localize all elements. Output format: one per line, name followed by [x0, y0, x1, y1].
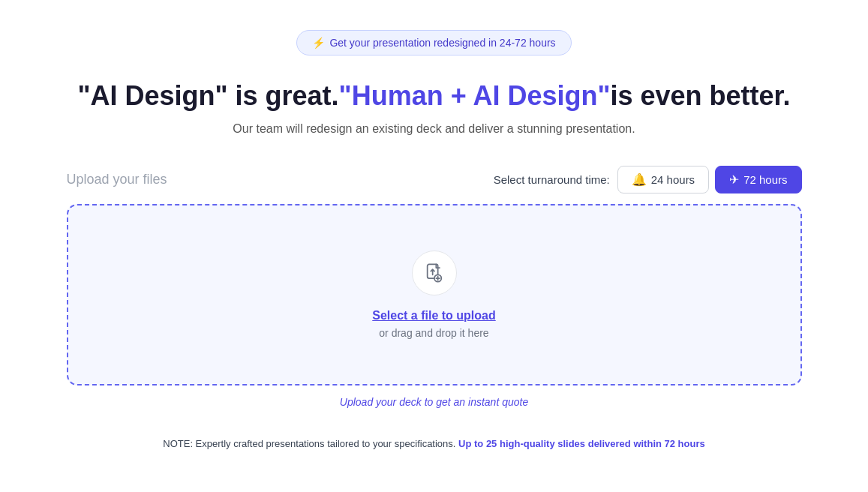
plane-icon: ✈: [729, 172, 739, 187]
dropzone[interactable]: Select a file to upload or drag and drop…: [67, 204, 802, 386]
headline-part2: "Human + AI Design": [339, 80, 611, 111]
headline-part1: "AI Design" is great.: [77, 80, 338, 111]
bottom-note-highlight: Up to 25 high-quality slides delivered w…: [458, 438, 705, 449]
upload-header: Upload your files Select turnaround time…: [67, 166, 802, 194]
bottom-note: NOTE: Expertly crafted presentations tai…: [163, 438, 704, 449]
upload-icon-wrapper: [412, 250, 457, 296]
turnaround-label: Select turnaround time:: [494, 173, 610, 186]
banner-pill: ⚡ Get your presentation redesigned in 24…: [296, 30, 571, 56]
headline: "AI Design" is great."Human + AI Design"…: [77, 80, 790, 112]
select-file-link[interactable]: Select a file to upload: [372, 309, 495, 322]
instant-quote-text: Upload your deck to get an: [340, 396, 468, 408]
upload-section: Upload your files Select turnaround time…: [67, 166, 802, 408]
time-24h-label: 24 hours: [651, 173, 695, 186]
bottom-note-prefix: NOTE: Expertly crafted presentations tai…: [163, 438, 458, 449]
subtitle: Our team will redesign an existing deck …: [233, 122, 635, 136]
turnaround-controls: Select turnaround time: 🔔 24 hours ✈ 72 …: [494, 166, 802, 194]
time-72h-label: 72 hours: [743, 173, 787, 186]
bell-icon: 🔔: [632, 172, 647, 187]
lightning-icon: ⚡: [312, 37, 325, 49]
drag-drop-text: or drag and drop it here: [379, 327, 488, 339]
time-24h-button[interactable]: 🔔 24 hours: [617, 166, 709, 194]
time-72h-button[interactable]: ✈ 72 hours: [715, 166, 801, 194]
time-options: 🔔 24 hours ✈ 72 hours: [617, 166, 802, 194]
banner-text: Get your presentation redesigned in 24-7…: [329, 37, 555, 49]
instant-quote-note: Upload your deck to get an instant quote: [67, 396, 802, 408]
upload-file-icon: [424, 262, 445, 284]
upload-label: Upload your files: [67, 172, 167, 188]
instant-quote-highlight: instant quote: [468, 396, 528, 408]
headline-part3: is even better.: [610, 80, 790, 111]
